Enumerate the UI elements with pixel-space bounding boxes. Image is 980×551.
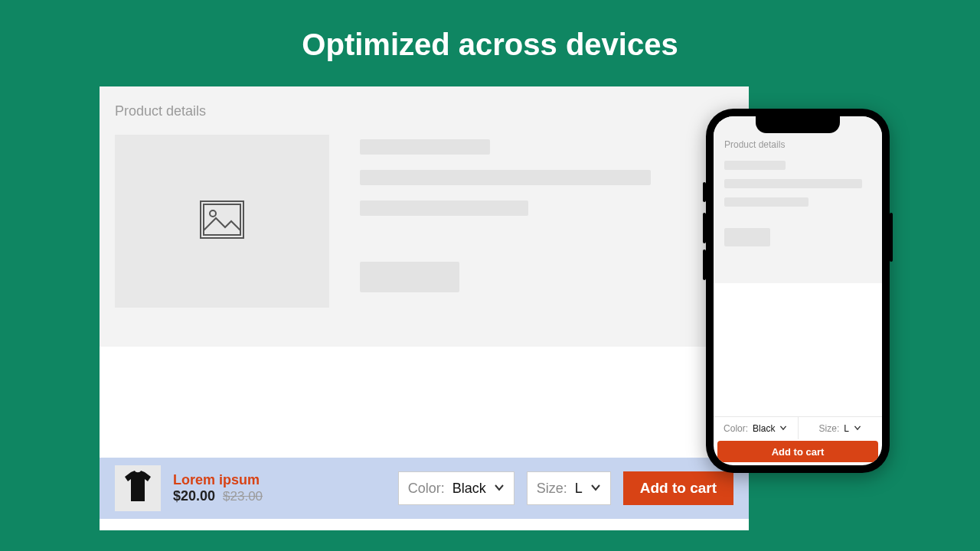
product-price: $20.00 [173, 488, 215, 504]
chevron-down-icon [779, 423, 787, 434]
skeleton-bar [724, 197, 808, 207]
chevron-down-icon [494, 481, 505, 497]
product-name: Lorem ipsum [173, 472, 311, 488]
product-meta: Lorem ipsum $20.00 $23.00 [173, 472, 311, 504]
phone-side-button [703, 213, 706, 243]
color-select[interactable]: Color: Black [398, 471, 514, 505]
phone-variant-row: Color: Black Size: L [714, 416, 882, 439]
add-to-cart-button[interactable]: Add to cart [623, 471, 733, 505]
color-select-value: Black [753, 423, 775, 434]
skeleton-bar [360, 262, 459, 292]
section-title: Product details [115, 103, 733, 119]
skeleton-bar [724, 161, 786, 170]
sticky-cart-bar: Lorem ipsum $20.00 $23.00 Color: Black S… [100, 458, 749, 519]
skeleton-bar [724, 179, 862, 188]
size-select-label: Size: [537, 481, 567, 497]
color-select[interactable]: Color: Black [714, 417, 799, 439]
color-select-label: Color: [408, 481, 445, 497]
size-select-value: L [575, 481, 583, 497]
skeleton-bar [360, 139, 490, 155]
page-heading: Optimized across devices [0, 0, 980, 76]
size-select[interactable]: Size: L [527, 471, 611, 505]
phone-screen: Product details Color: Black Size: L [714, 116, 882, 465]
desktop-content-area: Product details [100, 86, 749, 347]
skeleton-bar [724, 228, 770, 246]
skeleton-lines [360, 135, 733, 308]
svg-rect-0 [201, 201, 243, 238]
skeleton-bar [360, 170, 651, 185]
phone-content-area: Product details [714, 116, 882, 283]
size-select[interactable]: Size: L [799, 417, 883, 439]
phone-mockup: Product details Color: Black Size: L [706, 109, 890, 473]
size-select-label: Size: [819, 423, 840, 434]
product-thumbnail [115, 465, 161, 511]
chevron-down-icon [590, 481, 601, 497]
product-image-placeholder [115, 135, 329, 308]
tshirt-icon [120, 469, 155, 507]
size-select-value: L [844, 423, 849, 434]
product-old-price: $23.00 [223, 489, 263, 504]
phone-side-button [890, 213, 893, 262]
color-select-value: Black [452, 481, 486, 497]
phone-side-button [703, 182, 706, 202]
svg-rect-1 [204, 204, 240, 235]
color-select-label: Color: [724, 423, 748, 434]
phone-side-button [703, 249, 706, 280]
section-title: Product details [724, 139, 871, 150]
chevron-down-icon [854, 423, 861, 434]
image-icon [199, 200, 245, 243]
phone-notch [756, 116, 840, 133]
svg-point-2 [210, 210, 216, 217]
add-to-cart-button[interactable]: Add to cart [717, 441, 878, 462]
skeleton-bar [360, 201, 528, 216]
